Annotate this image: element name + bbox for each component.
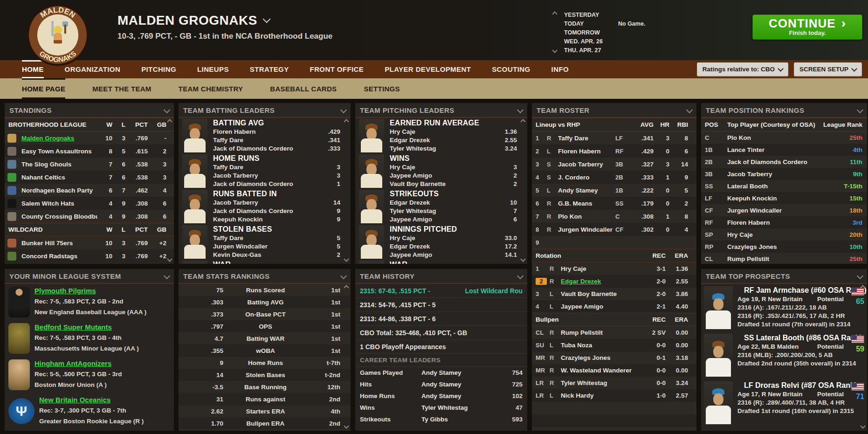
rotation-pitcher-row[interactable]: 2 R Edgar Drezek 2-0 2.55 <box>532 275 696 288</box>
collapse-panel-icon[interactable] <box>686 107 693 113</box>
player-link[interactable]: Jurgen Windcaller <box>558 226 615 233</box>
lineup-player-row[interactable]: 2 L Floren Habern RF .429 0 6 <box>532 145 696 158</box>
position-ranking-row[interactable]: CL Rump Pellstilt 25th <box>701 253 867 264</box>
minor-team-link[interactable]: Hingham AntAgonizers <box>34 359 122 369</box>
leader-row[interactable]: Jaypee Amigo2 <box>390 172 517 180</box>
nav-tab[interactable]: PLAYER DEVELOPMENT <box>385 60 471 78</box>
leader-row[interactable]: Tyler Whitestag3.24 <box>390 145 517 153</box>
player-link[interactable]: W. Wasteland Wanderer <box>561 367 641 374</box>
team-selector[interactable]: MALDEN GROGNAKS <box>117 13 332 28</box>
player-link[interactable]: Andy Stamey <box>558 187 615 194</box>
standings-team-row[interactable]: Bunker Hill 75ers 10 3 .769 +2 <box>5 236 174 249</box>
stat-ranking-row[interactable]: .797 OPS 1st <box>179 320 351 332</box>
player-link[interactable]: Jacob Tarberry <box>727 171 816 178</box>
leader-row[interactable]: Edgar Drezek17.2 <box>390 243 517 251</box>
leader-row[interactable]: Keepuh Knockin9 <box>213 216 340 224</box>
continue-button[interactable]: CONTINUE › Finish today. <box>752 14 862 40</box>
sub-nav-tab[interactable]: SETTINGS <box>364 78 400 99</box>
player-link[interactable]: Jack of Diamonds Cordero <box>727 158 816 165</box>
schedule-day-row[interactable]: WED. APR. 26 <box>564 37 730 46</box>
collapse-panel-icon[interactable] <box>517 273 524 279</box>
bullpen-pitcher-row[interactable]: CL R Rump Pellstilt 2 SV 0.00 <box>532 326 696 339</box>
lineup-player-row[interactable]: 8 R Jurgen Windcaller CF .302 0 4 <box>532 223 696 236</box>
bullpen-pitcher-row[interactable]: SU L Tuba Noza 0-0 0.00 <box>532 339 696 351</box>
collapse-panel-icon[interactable] <box>340 273 347 279</box>
minor-team-item[interactable]: Bedford Super Mutants Rec: 7-5, .583 PCT… <box>5 320 174 357</box>
nav-tab[interactable]: STRATEGY <box>250 60 289 78</box>
leader-row[interactable]: Hry Caje33.0 <box>390 234 517 243</box>
ratings-relative-dropdown[interactable]: Ratings relative to: CBO <box>697 62 788 76</box>
bullpen-pitcher-row[interactable]: MR R Crazylegs Jones 0-1 3.18 <box>532 351 696 364</box>
career-leader-row[interactable]: Strikeouts Ty Gibbs 593 <box>355 413 527 425</box>
lineup-player-row[interactable]: 4 S J. Cordero 2B .333 1 9 <box>532 171 696 184</box>
player-link[interactable]: Floren Habern <box>727 219 816 226</box>
prospect-item[interactable]: LF Droras Relvi (#87 OSA Rank) Age 17, R… <box>701 379 867 427</box>
position-ranking-row[interactable]: LF Keepuh Knockin 15th <box>701 192 867 204</box>
leader-row[interactable]: Jacob Tarberry3 <box>213 172 340 180</box>
position-ranking-row[interactable]: SP Hry Caje 20th <box>701 228 867 241</box>
player-link[interactable]: Edgar Drezek <box>561 278 641 285</box>
stat-ranking-row[interactable]: .303 Batting AVG 1st <box>179 296 351 308</box>
leader-row[interactable]: Hry Caje1.36 <box>390 128 517 137</box>
scrollbar[interactable] <box>344 286 349 428</box>
leader-row[interactable]: Jack of Diamonds Cordero.333 <box>213 145 340 153</box>
standings-team-row[interactable]: Nordhagen Beach Party 6 7 .462 4 <box>5 184 174 197</box>
collapse-panel-icon[interactable] <box>517 107 524 113</box>
player-link[interactable]: Tyler Whitestag <box>561 379 641 386</box>
collapse-panel-icon[interactable] <box>857 107 863 113</box>
leader-row[interactable]: Hry Caje3 <box>390 164 517 172</box>
standings-team-row[interactable]: Easy Town Assaultrons 8 5 .615 2 <box>5 145 174 158</box>
leader-row[interactable]: Jacob Tarberry14 <box>213 199 340 207</box>
minor-team-item[interactable]: Plymouth Pilgrims Rec: 7-5, .583 PCT, 2 … <box>5 284 174 320</box>
player-link[interactable]: Jaypee Amigo <box>561 303 641 310</box>
leader-row[interactable]: Jack of Diamonds Cordero1 <box>213 180 340 189</box>
bullpen-pitcher-row[interactable]: LR R Tyler Whitestag 0-0 3.24 <box>532 377 696 389</box>
standings-team-row[interactable]: County Crossing Bloodbu 4 9 .308 6 <box>5 210 174 223</box>
position-ranking-row[interactable]: C Plo Kon 25th <box>701 131 867 144</box>
stat-ranking-row[interactable]: 14 Stolen Bases t-2nd <box>179 369 351 381</box>
prospect-name-link[interactable]: SS Lateral Booth (#86 OSA Rank) <box>737 334 844 343</box>
nav-tab[interactable]: PITCHING <box>141 60 176 78</box>
team-link[interactable]: Nordhagen Beach Party <box>21 187 97 194</box>
team-link[interactable]: Salem Witch Hats <box>21 200 97 207</box>
leader-row[interactable]: Vault Boy Barnette2 <box>390 180 517 189</box>
career-leader-row[interactable]: Wins Tyler Whitestag 47 <box>355 402 527 413</box>
bullpen-pitcher-row[interactable]: LR L Nick Hardy 1-0 2.57 <box>532 389 696 402</box>
leader-row[interactable]: Taffy Dare5 <box>213 234 340 243</box>
player-link[interactable]: J. Cordero <box>558 174 615 181</box>
leader-row[interactable]: Taffy Dare3 <box>213 164 340 172</box>
player-link[interactable]: Taffy Dare <box>558 135 615 142</box>
stat-ranking-row[interactable]: 31 Runs against 2nd <box>179 393 351 405</box>
player-link[interactable]: Lateral Booth <box>727 183 816 190</box>
prospect-name-link[interactable]: RF Jam Armchase (#60 OSA Rank) <box>737 286 844 296</box>
team-link[interactable]: Malden Grognaks <box>21 135 97 142</box>
scrollbar[interactable] <box>860 286 866 428</box>
leader-row[interactable]: Jack of Diamonds Cordero9 <box>213 207 340 216</box>
stat-ranking-row[interactable]: 4.7 Batting WAR 1st <box>179 332 351 344</box>
nav-tab[interactable]: LINEUPS <box>197 60 229 78</box>
team-link[interactable]: Easy Town Assaultrons <box>21 148 97 155</box>
player-link[interactable]: Vault Boy Barnette <box>561 290 641 297</box>
sub-nav-tab[interactable]: TEAM CHEMISTRY <box>179 78 243 99</box>
sub-nav-tab[interactable]: HOME PAGE <box>22 78 65 99</box>
position-ranking-row[interactable]: 3B Jacob Tarberry 9th <box>701 168 867 180</box>
player-link[interactable]: Jurgen Windcaller <box>727 207 816 214</box>
player-link[interactable]: Plo Kon <box>727 134 816 141</box>
prospect-name-link[interactable]: LF Droras Relvi (#87 OSA Rank) <box>737 381 844 391</box>
collapse-panel-icon[interactable] <box>164 107 170 113</box>
scrollbar[interactable] <box>167 120 172 261</box>
player-link[interactable]: Tuba Noza <box>561 342 641 349</box>
leader-row[interactable]: Edgar Drezek2.55 <box>390 137 517 145</box>
prospect-item[interactable]: RF Jam Armchase (#60 OSA Rank) Age 19, R… <box>701 284 867 331</box>
schedule-day-row[interactable]: THU. APR. 27 <box>564 46 730 55</box>
team-link[interactable]: The Slog Ghouls <box>21 161 97 168</box>
career-leader-row[interactable]: Hits Andy Stamey 725 <box>355 379 527 390</box>
scrollbar[interactable] <box>520 120 526 261</box>
player-link[interactable]: Lance Tinter <box>727 146 816 153</box>
stat-ranking-row[interactable]: 1.70 Bullpen ERA 2nd <box>179 417 351 429</box>
minor-team-item[interactable]: Ψ New Britain Oceanics Rec: 3-7, .300 PC… <box>5 393 174 429</box>
screen-setup-dropdown[interactable]: SCREEN SETUP <box>794 62 862 76</box>
player-link[interactable]: Hry Caje <box>561 265 641 272</box>
standings-team-row[interactable]: Salem Witch Hats 4 9 .308 6 <box>5 197 174 210</box>
team-link[interactable]: County Crossing Bloodbu <box>21 213 97 220</box>
